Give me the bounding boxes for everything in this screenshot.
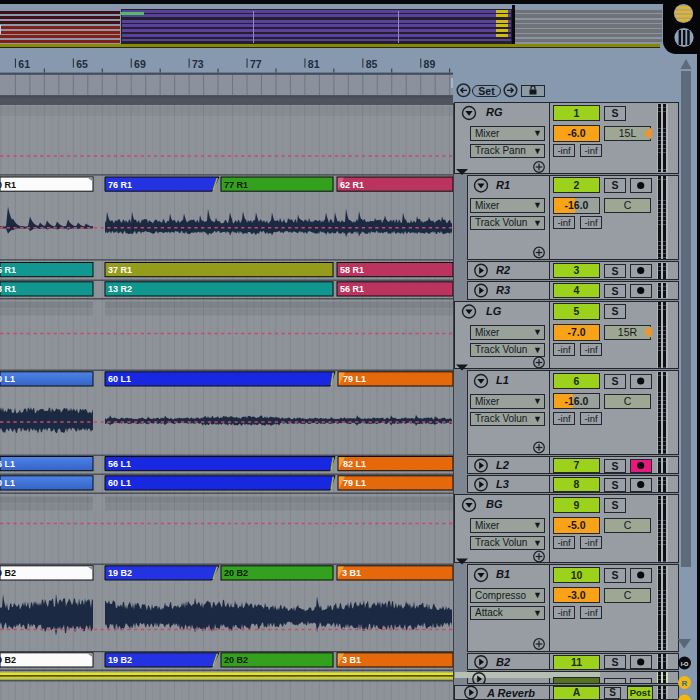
svg-text:9 B2: 9 B2: [0, 655, 16, 665]
svg-text:0 R1: 0 R1: [0, 180, 16, 190]
svg-text:19 B2: 19 B2: [108, 568, 132, 578]
svg-text:76 R1: 76 R1: [108, 180, 132, 190]
svg-text:6 L1: 6 L1: [0, 459, 15, 469]
svg-text:19 B2: 19 B2: [108, 655, 132, 665]
svg-text:82 L1: 82 L1: [343, 459, 366, 469]
svg-text:20 B2: 20 B2: [224, 655, 248, 665]
svg-text:58 R1: 58 R1: [340, 265, 364, 275]
svg-text:9 B2: 9 B2: [0, 568, 16, 578]
svg-text:37 R1: 37 R1: [108, 265, 132, 275]
svg-text:0 L1: 0 L1: [0, 374, 15, 384]
svg-text:77 R1: 77 R1: [224, 180, 248, 190]
svg-text:56 R1: 56 R1: [340, 284, 364, 294]
svg-text:20 B2: 20 B2: [224, 568, 248, 578]
svg-text:5 R1: 5 R1: [0, 265, 16, 275]
svg-text:56 L1: 56 L1: [108, 459, 131, 469]
svg-text:3 B1: 3 B1: [342, 655, 361, 665]
svg-text:60 L1: 60 L1: [108, 478, 131, 488]
svg-text:62 R1: 62 R1: [340, 180, 364, 190]
svg-text:79 L1: 79 L1: [343, 374, 366, 384]
svg-text:60 L1: 60 L1: [108, 374, 131, 384]
svg-text:3 R1: 3 R1: [0, 284, 16, 294]
svg-text:13 R2: 13 R2: [108, 284, 132, 294]
svg-text:79 L1: 79 L1: [343, 478, 366, 488]
svg-text:3 B1: 3 B1: [342, 568, 361, 578]
svg-text:0 L1: 0 L1: [0, 478, 15, 488]
